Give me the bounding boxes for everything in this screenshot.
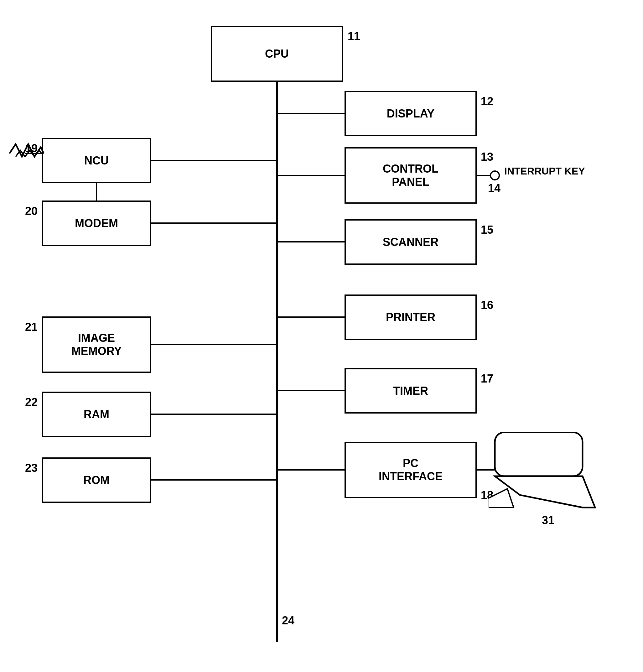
scanner-label: SCANNER: [383, 236, 438, 249]
modem-number: 20: [25, 205, 38, 218]
cpu-label: CPU: [265, 47, 289, 60]
computer-shape: [489, 432, 601, 520]
display-number: 12: [481, 95, 493, 108]
modem-block: MODEM: [42, 201, 151, 246]
control-panel-number: 13: [481, 151, 493, 164]
pc-interface-label: PC INTERFACE: [379, 457, 442, 483]
pc-interface-block: PC INTERFACE: [344, 442, 477, 498]
control-panel-block: CONTROL PANEL: [344, 147, 477, 204]
timer-block: TIMER: [344, 368, 477, 413]
interrupt-number: 14: [488, 182, 500, 195]
timer-label: TIMER: [393, 384, 428, 398]
diagram-container: CPU 11 DISPLAY 12 CONTROL PANEL 13 INTER…: [0, 0, 643, 672]
ram-number: 22: [25, 396, 38, 409]
image-memory-number: 21: [25, 321, 38, 334]
scanner-block: SCANNER: [344, 219, 477, 265]
svg-marker-20: [489, 489, 514, 507]
svg-point-15: [490, 171, 499, 180]
display-block: DISPLAY: [344, 91, 477, 136]
ram-block: RAM: [42, 392, 151, 437]
rom-number: 23: [25, 461, 38, 475]
scanner-number: 15: [481, 224, 493, 237]
cpu-number: 11: [348, 30, 360, 43]
bus-number: 24: [282, 614, 294, 627]
image-memory-label: IMAGE MEMORY: [71, 332, 122, 358]
control-panel-label: CONTROL PANEL: [383, 162, 438, 189]
printer-block: PRINTER: [344, 295, 477, 340]
rom-label: ROM: [83, 474, 110, 487]
interrupt-key-label: INTERRUPT KEY: [504, 165, 585, 177]
ncu-block: NCU: [42, 138, 151, 183]
phone-line: [9, 141, 44, 166]
ncu-label: NCU: [84, 154, 109, 167]
display-label: DISPLAY: [387, 107, 435, 120]
modem-label: MODEM: [75, 217, 118, 230]
svg-rect-18: [495, 432, 583, 476]
printer-number: 16: [481, 299, 493, 312]
pc-number: 31: [542, 514, 554, 527]
rom-block: ROM: [42, 457, 151, 503]
cpu-block: CPU: [211, 26, 343, 82]
timer-number: 17: [481, 372, 493, 385]
printer-label: PRINTER: [386, 311, 435, 324]
ram-label: RAM: [84, 408, 109, 421]
image-memory-block: IMAGE MEMORY: [42, 316, 151, 373]
